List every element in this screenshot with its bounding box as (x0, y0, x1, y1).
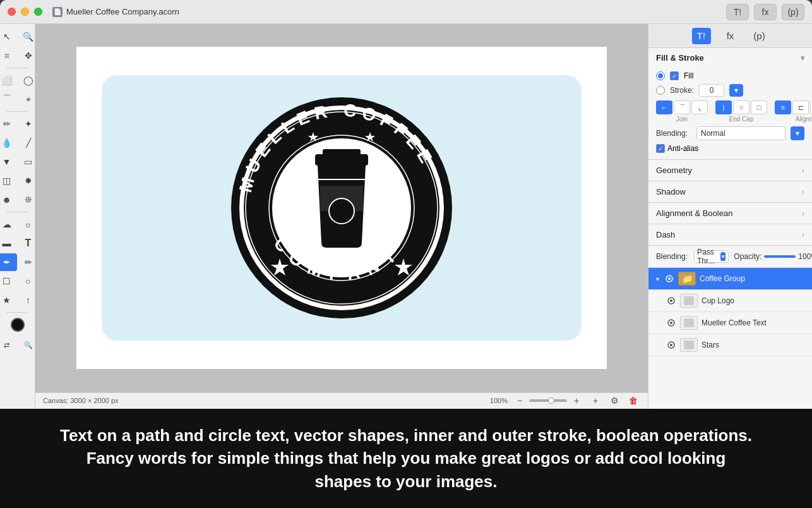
join-bevel[interactable]: ⌞ (691, 100, 708, 114)
layer-mueller-coffee-text[interactable]: Mueller Coffee Text (648, 312, 812, 334)
svg-point-23 (670, 322, 672, 324)
pen-tool[interactable]: ✒ (0, 253, 17, 271)
delete-btn[interactable]: 🗑 (626, 394, 640, 408)
minimize-button[interactable] (21, 8, 29, 16)
dodge-tool[interactable]: ☻ (0, 191, 17, 209)
blending-select[interactable]: Normal (696, 126, 785, 140)
style-tab[interactable]: (p) (750, 28, 769, 44)
panel-toolbar: T! fx (p) (648, 24, 812, 48)
cloud-tool[interactable]: ☁ (0, 215, 17, 233)
alignment-icons: ≡ ⊏ ⊐ ⇔ (775, 100, 812, 114)
zoom-level: 100% (490, 397, 508, 404)
add-layer-btn[interactable]: + (588, 394, 602, 408)
svg-point-20 (670, 299, 672, 302)
layer-visibility-stars[interactable] (666, 340, 676, 350)
fill-color[interactable] (11, 318, 25, 332)
dash-row[interactable]: Dash › (648, 224, 812, 246)
svg-rect-5 (323, 149, 361, 157)
group-collapse-icon[interactable]: ▾ (656, 275, 659, 282)
brush-tool[interactable]: ✏ (0, 115, 17, 133)
inspector-icon-btn[interactable]: T! (726, 4, 749, 20)
opacity-label: Opacity: (734, 252, 761, 261)
opacity-slider[interactable] (764, 255, 796, 258)
fill-stroke-header[interactable]: Fill & Stroke ▾ (648, 48, 812, 68)
caption-text: Text on a path and circle text, vector s… (59, 424, 753, 493)
pass-thru-select[interactable]: Pass Thr... ▾ (694, 250, 729, 263)
stroke-input[interactable] (699, 84, 724, 97)
layer-cup-logo[interactable]: Cup Logo (648, 290, 812, 312)
layers-panel: ▾ 📁 Coffee Group Cup Logo (648, 268, 812, 409)
layer-stars[interactable]: Stars (648, 334, 812, 356)
toolbar-divider-3 (6, 212, 29, 212)
zoom-slider-thumb[interactable] (548, 397, 554, 404)
blending-row: Blending: Normal ▾ (656, 126, 804, 140)
canvas-content[interactable]: MUELLER COFFEE COMPANY (35, 24, 648, 392)
zoom-in-btn[interactable]: + (570, 394, 583, 408)
close-button[interactable] (8, 8, 16, 16)
stroke-radio[interactable] (656, 86, 665, 95)
zoom-slider[interactable] (529, 399, 567, 402)
zoom-control[interactable]: − + (513, 394, 583, 408)
rect-select-tool[interactable]: ⬜ (0, 71, 17, 89)
align-inner[interactable]: ⊏ (792, 100, 809, 114)
swap-colors[interactable]: ⇄ (0, 336, 17, 354)
svg-point-7 (329, 198, 354, 224)
traffic-lights (8, 8, 42, 16)
join-round[interactable]: ⌒ (674, 100, 690, 114)
fill-radio[interactable] (656, 71, 665, 80)
endcap-square[interactable]: □ (751, 100, 767, 114)
layer-coffee-group[interactable]: ▾ 📁 Coffee Group (648, 268, 812, 290)
star-shape-tool[interactable]: ★ (0, 291, 17, 309)
color-swatch[interactable] (8, 316, 28, 334)
settings-btn[interactable]: ⚙ (607, 394, 621, 408)
fill-checkbox[interactable]: ✓ (670, 71, 679, 80)
join-label: Join (676, 116, 688, 123)
layer-visibility-cup-logo[interactable] (666, 296, 676, 306)
align-center[interactable]: ≡ (775, 100, 791, 114)
eyedropper-tool[interactable]: 💧 (0, 134, 17, 152)
fill-row: ✓ Fill (656, 71, 804, 80)
canvas-background: MUELLER COFFEE COMPANY (76, 47, 607, 369)
rect-vector-tool[interactable]: ☐ (0, 272, 17, 290)
fx-tab[interactable]: fx (721, 28, 740, 44)
lasso-tool[interactable]: ⌒ (0, 90, 17, 108)
antialias-label: Anti-alias (667, 144, 698, 153)
status-bar-right: 100% − + + ⚙ 🗑 (490, 394, 640, 408)
svg-rect-21 (684, 296, 694, 305)
stroke-dropdown[interactable]: ▾ (729, 84, 743, 97)
fill-stroke-title: Fill & Stroke (656, 53, 704, 63)
rect-shape-tool[interactable]: ▬ (0, 234, 17, 252)
app-window: ↖ 🔍 ⌗ ✥ ⬜ ◯ ⌒ ⌖ ✏ ✦ 💧 ╱ ▼ ▭ ◫ (0, 24, 812, 409)
title-bar: 📄 Mueller Coffee Company.acorn T! fx (p) (0, 0, 812, 24)
arrow-tool[interactable]: ↖ (0, 28, 17, 45)
stroke-label: Stroke: (670, 86, 694, 95)
style-icon-btn[interactable]: (p) (782, 4, 804, 20)
layer-visibility-mueller-text[interactable] (666, 318, 676, 328)
canvas-area: MUELLER COFFEE COMPANY Canvas: 3000 × 20… (35, 24, 648, 409)
fx-icon-btn[interactable]: fx (754, 4, 777, 20)
maximize-button[interactable] (34, 8, 42, 16)
endcap-round[interactable]: ○ (733, 100, 749, 114)
endcap-butt[interactable]: | (715, 100, 732, 114)
status-bar: Canvas: 3000 × 2000 px 100% − + + ⚙ 🗑 (35, 392, 648, 409)
fill-tool[interactable]: ▼ (0, 153, 17, 171)
pass-thru-dropdown[interactable]: ▾ (720, 252, 725, 261)
antialias-checkbox[interactable]: ✓ (656, 144, 665, 153)
layer-visibility-coffee-group[interactable] (664, 274, 674, 284)
toolbar-divider-1 (6, 68, 29, 68)
gradient-tool[interactable]: ◫ (0, 172, 17, 190)
shadow-row[interactable]: Shadow › (648, 181, 812, 203)
inspector-tab[interactable]: T! (692, 28, 711, 44)
layer-thumb-coffee-group: 📁 (678, 272, 696, 286)
fill-label: Fill (684, 71, 693, 80)
blending-dropdown[interactable]: ▾ (791, 126, 804, 140)
layer-thumb-stars (680, 338, 698, 352)
join-miter[interactable]: ⌐ (656, 100, 672, 114)
crop-tool[interactable]: ⌗ (0, 47, 17, 64)
geometry-row[interactable]: Geometry › (648, 160, 812, 181)
alignment-boolean-row[interactable]: Alignment & Boolean › (648, 203, 812, 224)
fill-stroke-content: ✓ Fill Stroke: ▾ ⌐ ⌒ ⌞ (648, 68, 812, 159)
zoom-out-btn[interactable]: − (513, 394, 527, 408)
document-icon: 📄 (52, 7, 63, 17)
layer-thumb-cup-logo (680, 294, 698, 308)
